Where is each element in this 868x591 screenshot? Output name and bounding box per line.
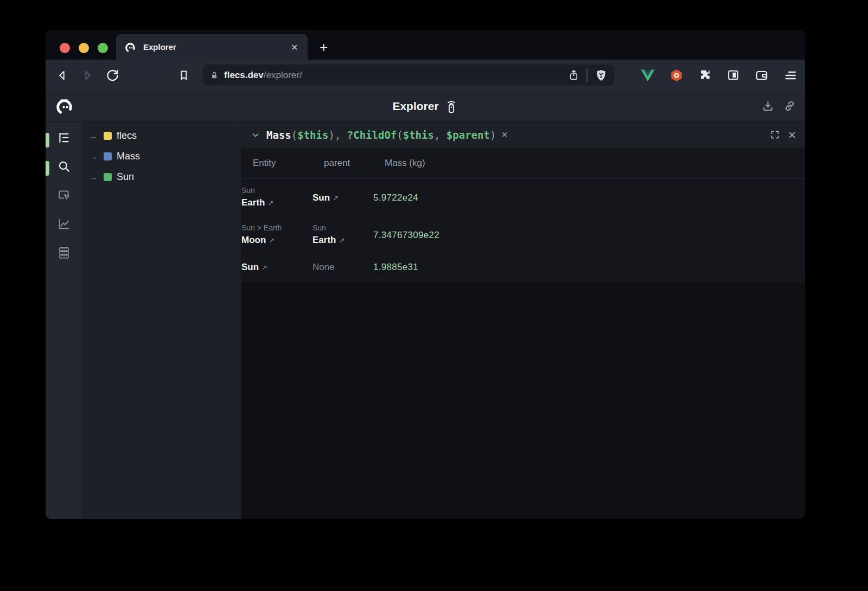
close-window-button[interactable] xyxy=(60,43,70,53)
entity-name[interactable]: Moon↗ xyxy=(241,233,312,247)
browser-tab[interactable]: Explorer × xyxy=(116,34,308,60)
tree-item-label: Sun xyxy=(117,171,134,183)
expand-arrow-icon[interactable]: → xyxy=(89,152,99,161)
entity-label: Sun xyxy=(241,262,259,272)
tree-item-label: flecs xyxy=(117,130,137,142)
back-button[interactable] xyxy=(53,66,72,85)
minimize-window-button[interactable] xyxy=(79,43,89,53)
query-bar[interactable]: Mass($this), ?ChildOf($this, $parent) × … xyxy=(241,122,805,147)
inspector-panel-icon[interactable] xyxy=(57,188,71,202)
remote-connection-icon[interactable] xyxy=(444,99,458,114)
new-tab-button[interactable]: + xyxy=(320,40,328,54)
vue-devtools-extension-icon[interactable] xyxy=(641,69,655,82)
tree-panel-active-indicator xyxy=(46,133,49,147)
tree-item-mass[interactable]: →Mass xyxy=(82,146,241,166)
open-entity-icon[interactable]: ↗ xyxy=(333,194,339,202)
mass-value: 7.34767309e22 xyxy=(373,230,805,241)
lock-icon xyxy=(209,70,219,80)
url-domain: flecs.dev xyxy=(224,70,264,81)
content-area: →flecs→Mass→Sun Mass($this), ?ChildOf($t… xyxy=(46,122,805,519)
parent-path: Sun xyxy=(312,223,373,233)
journal-panel-icon[interactable] xyxy=(57,246,71,260)
menu-hamburger-icon[interactable] xyxy=(783,68,797,82)
column-header-entity: Entity xyxy=(253,158,324,169)
query-token-punct: ( xyxy=(397,129,403,141)
query-token-var: $this xyxy=(297,129,328,141)
tree-item-flecs[interactable]: →flecs xyxy=(82,125,241,146)
sidebar-toggle-icon[interactable] xyxy=(726,68,740,82)
tree-panel-icon[interactable] xyxy=(57,131,71,145)
entity-color-swatch xyxy=(104,173,112,181)
explorer-header: Explorer xyxy=(46,91,805,122)
query-expression[interactable]: Mass($this), ?ChildOf($this, $parent) xyxy=(266,129,496,141)
entity-color-swatch xyxy=(104,152,112,160)
extensions-puzzle-icon[interactable] xyxy=(698,68,712,82)
tree-item-sun[interactable]: →Sun xyxy=(82,166,241,187)
page-title: Explorer xyxy=(392,100,438,113)
browser-toolbar: flecs.dev/explorer/ xyxy=(46,60,805,91)
bookmark-icon[interactable] xyxy=(175,66,193,85)
parent-label: Earth xyxy=(312,235,336,245)
parent-cell: SunEarth↗ xyxy=(312,223,373,247)
parent-name: None xyxy=(312,262,373,273)
entity-cell: Sun↗ xyxy=(241,260,312,274)
url-path: /explorer/ xyxy=(264,70,302,81)
toolbar-divider xyxy=(586,68,588,82)
entity-cell: Sun > EarthMoon↗ xyxy=(241,223,312,247)
entity-cell: SunEarth↗ xyxy=(241,185,312,210)
reload-button[interactable] xyxy=(103,66,122,85)
entity-name[interactable]: Earth↗ xyxy=(241,196,312,210)
parent-name[interactable]: Earth↗ xyxy=(312,233,373,247)
column-header-parent: parent xyxy=(324,158,385,169)
table-row: Sun > EarthMoon↗SunEarth↗7.34767309e22 xyxy=(241,216,805,254)
share-icon[interactable] xyxy=(567,69,580,81)
parent-label: None xyxy=(312,262,335,272)
download-icon[interactable] xyxy=(761,99,775,113)
query-token-punct: ) xyxy=(490,129,496,141)
mass-value: 5.9722e24 xyxy=(373,192,805,203)
entity-label: Moon xyxy=(241,235,266,245)
zoom-window-button[interactable] xyxy=(98,43,108,53)
brave-shield-icon[interactable] xyxy=(594,68,608,82)
query-token-var: $parent xyxy=(446,129,490,141)
tab-bar: Explorer × + xyxy=(46,30,805,60)
flecs-favicon-icon xyxy=(124,41,137,54)
forward-button[interactable] xyxy=(78,66,97,85)
results-table-body: SunEarth↗Sun↗5.9722e24Sun > EarthMoon↗Su… xyxy=(241,179,805,281)
traffic-lights xyxy=(60,43,108,53)
query-token-var: ?ChildOf xyxy=(347,129,397,141)
orange-hexagon-extension-icon[interactable] xyxy=(669,68,684,82)
mass-value: 1.9885e31 xyxy=(373,262,805,273)
query-token-var: $this xyxy=(403,129,434,141)
query-close-icon[interactable]: × xyxy=(788,129,796,142)
parent-cell: None xyxy=(312,262,373,273)
tree-item-label: Mass xyxy=(117,151,140,162)
fullscreen-icon[interactable] xyxy=(769,129,781,140)
query-token-ident: Mass xyxy=(266,129,291,141)
browser-window: Explorer × + xyxy=(46,30,805,519)
query-token-punct: , xyxy=(434,129,446,141)
entity-label: Earth xyxy=(241,197,265,208)
table-row: SunEarth↗Sun↗5.9722e24 xyxy=(241,179,805,216)
entity-path: Sun xyxy=(241,185,312,196)
expand-arrow-icon[interactable]: → xyxy=(89,131,99,140)
entity-name[interactable]: Sun↗ xyxy=(241,260,312,274)
tab-close-icon[interactable]: × xyxy=(289,41,300,53)
entity-color-swatch xyxy=(104,132,112,140)
open-entity-icon[interactable]: ↗ xyxy=(269,236,275,245)
search-panel-icon[interactable] xyxy=(57,159,71,174)
open-entity-icon[interactable]: ↗ xyxy=(267,199,273,207)
query-clear-icon[interactable]: × xyxy=(501,129,508,141)
query-token-punct: ( xyxy=(291,129,297,141)
expand-arrow-icon[interactable]: → xyxy=(89,172,99,182)
copy-link-icon[interactable] xyxy=(783,99,796,113)
query-token-punct: ), xyxy=(328,129,347,141)
open-entity-icon[interactable]: ↗ xyxy=(339,236,344,245)
open-entity-icon[interactable]: ↗ xyxy=(261,264,267,272)
query-results-panel: Mass($this), ?ChildOf($this, $parent) × … xyxy=(241,122,805,519)
url-bar[interactable]: flecs.dev/explorer/ xyxy=(203,65,615,86)
wallet-icon[interactable] xyxy=(755,68,769,82)
collapse-chevron-icon[interactable] xyxy=(251,130,260,140)
stats-panel-icon[interactable] xyxy=(57,217,71,231)
parent-name[interactable]: Sun↗ xyxy=(312,191,373,205)
